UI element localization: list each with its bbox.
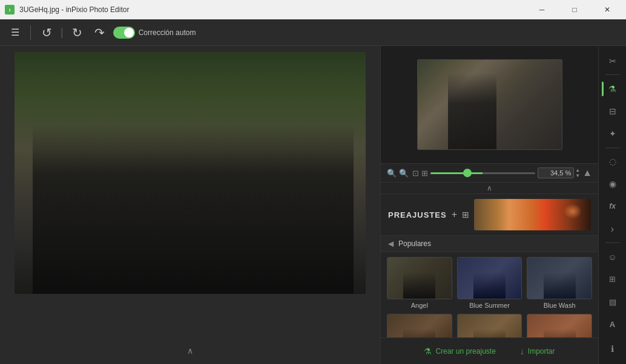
- preset-item-angel[interactable]: Angel: [387, 257, 452, 309]
- selection-tool-icon[interactable]: ◌: [602, 152, 624, 172]
- toggle-knob: [124, 28, 134, 37]
- photo-wall-texture: [15, 52, 366, 197]
- preview-image: [417, 59, 562, 150]
- create-preset-button[interactable]: ⚗ Crear un preajuste: [424, 346, 495, 356]
- text-tool-icon[interactable]: A: [602, 314, 624, 334]
- sidebar-icons: ✂ ⚗ ⊟ ✦ ◌ ◉ fx › ☺ ⊞ ▤ A ℹ: [598, 46, 626, 364]
- import-label: Importar: [528, 347, 555, 356]
- add-preset-button[interactable]: +: [452, 209, 457, 220]
- canvas-area: ∧: [0, 46, 380, 364]
- sidebar-separator-3: [605, 242, 620, 243]
- zoom-out-icon[interactable]: 🔍: [387, 169, 397, 178]
- preset-name-angel: Angel: [411, 302, 428, 309]
- preset-name-blue-wash: Blue Wash: [544, 302, 576, 309]
- window-title: 3UGeHq.jpg - inPixio Photo Editor: [19, 5, 523, 14]
- auto-correction-toggle[interactable]: [113, 27, 135, 39]
- crop-tool-icon[interactable]: ✂: [602, 51, 624, 71]
- zoom-out-icon2[interactable]: 🔍: [399, 169, 409, 178]
- presets-preview-strip: [474, 199, 591, 230]
- preset-item-happiness[interactable]: Happiness: [527, 314, 592, 337]
- preset-item-blue-wash[interactable]: Blue Wash: [527, 257, 592, 309]
- preset-item-cross-process[interactable]: Cross Process: [387, 314, 452, 337]
- collapse-icon: ∧: [187, 346, 193, 356]
- zoom-input-wrap: ▲ ▼: [538, 167, 580, 178]
- grid-view-button[interactable]: ⊞: [462, 210, 469, 219]
- photo-canvas[interactable]: [15, 52, 366, 294]
- magic-tool-icon[interactable]: ✦: [602, 123, 624, 143]
- import-button[interactable]: ↓ Importar: [520, 346, 555, 356]
- preset-thumb-happiness: [527, 314, 592, 337]
- bottom-bar: ⚗ Crear un preajuste ↓ Importar: [381, 337, 598, 364]
- sidebar-separator: [605, 74, 620, 75]
- create-preset-icon: ⚗: [424, 346, 432, 356]
- zoom-input[interactable]: [538, 167, 574, 178]
- canvas-collapse[interactable]: ∧: [185, 343, 196, 358]
- toolbar: ☰ ↺ | ↻ ↷ Corrección autom: [0, 19, 626, 46]
- preset-item-blue-summer[interactable]: Blue Summer: [457, 257, 522, 309]
- presets-grid: Angel Blue Summer Blue Wash: [381, 252, 598, 337]
- preset-thumb-cross-process: [387, 314, 452, 337]
- zoom-bar: 🔍 🔍 ⊡ ⊞ ▲ ▼ ▲: [381, 164, 598, 183]
- titlebar: i 3UGeHq.jpg - inPixio Photo Editor ─ □ …: [0, 0, 626, 19]
- preset-thumb-blue-summer: [457, 257, 522, 299]
- presets-header: PREAJUSTES + ⊞: [381, 194, 598, 236]
- fit-icon[interactable]: ⊡: [412, 169, 419, 178]
- toolbar-separator: [30, 25, 31, 40]
- presets-title: PREAJUSTES: [388, 210, 447, 219]
- section-label: Populares: [398, 239, 431, 248]
- section-collapse-icon: ◀: [388, 239, 394, 248]
- preset-thumb-angel: [387, 257, 452, 299]
- fx-tool-icon[interactable]: fx: [602, 197, 624, 216]
- import-icon: ↓: [520, 346, 524, 356]
- zoom-arrows: ▲ ▼: [575, 168, 580, 178]
- populares-header[interactable]: ◀ Populares: [381, 236, 598, 252]
- sliders-tool-icon[interactable]: ⊟: [602, 101, 624, 121]
- eyedrop-tool-icon[interactable]: ◉: [602, 174, 624, 194]
- preset-name-blue-summer: Blue Summer: [469, 302, 510, 309]
- maximize-button[interactable]: □: [561, 0, 588, 19]
- preset-thumb-blue-wash: [527, 257, 592, 299]
- redo-button[interactable]: ↻: [68, 23, 86, 42]
- photo-background: [15, 52, 366, 294]
- toolbar-divider: |: [61, 26, 64, 39]
- info-tool-icon[interactable]: ℹ: [602, 339, 624, 359]
- sidebar-separator-2: [605, 148, 620, 148]
- adjust-tool-icon[interactable]: ⚗: [602, 79, 624, 99]
- butterfly-hint: [564, 204, 582, 219]
- auto-correction-label: Corrección autom: [139, 28, 196, 37]
- preset-thumb-flavour: [457, 314, 522, 337]
- right-panel: 🔍 🔍 ⊡ ⊞ ▲ ▼ ▲ ∧ PREAJUSTES + ⊞: [380, 46, 598, 364]
- minimize-button[interactable]: ─: [528, 0, 556, 19]
- menu-button[interactable]: ☰: [7, 24, 23, 41]
- preset-item-flavour[interactable]: Flavour: [457, 314, 522, 337]
- zoom-increment-icon[interactable]: ▲: [575, 168, 580, 173]
- zoom-slider[interactable]: [430, 172, 535, 174]
- redo2-button[interactable]: ↷: [91, 23, 108, 42]
- grid-tool-icon[interactable]: ⊞: [602, 269, 624, 289]
- expand-tool-icon[interactable]: ›: [602, 219, 624, 239]
- undo-button[interactable]: ↺: [38, 23, 56, 42]
- person-tool-icon[interactable]: ☺: [602, 247, 624, 267]
- create-preset-label: Crear un preajuste: [435, 347, 495, 356]
- preview-collapse[interactable]: ∧: [381, 183, 598, 194]
- collapse-preview-icon: ∧: [487, 184, 492, 192]
- preview-bar: [381, 46, 598, 164]
- auto-correction-toggle-wrap: Corrección autom: [113, 27, 196, 39]
- layers-tool-icon[interactable]: ▤: [602, 291, 624, 311]
- main-area: ∧ 🔍 🔍 ⊡ ⊞ ▲ ▼: [0, 46, 626, 364]
- actual-size-icon[interactable]: ⊞: [421, 169, 428, 178]
- photo-content: [15, 52, 366, 294]
- histogram-icon[interactable]: ▲: [582, 167, 592, 178]
- app-icon: i: [5, 5, 15, 15]
- zoom-slider-wrap: [430, 172, 535, 174]
- close-button[interactable]: ✕: [593, 0, 621, 19]
- zoom-decrement-icon[interactable]: ▼: [575, 174, 580, 178]
- preview-figure: [448, 73, 496, 149]
